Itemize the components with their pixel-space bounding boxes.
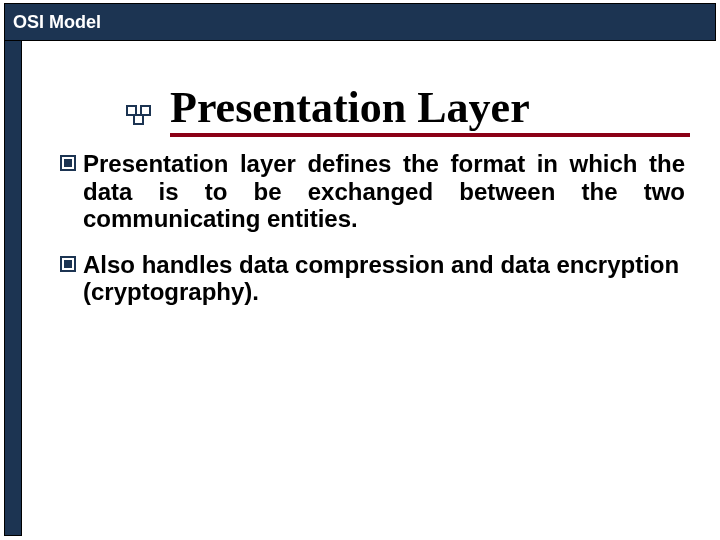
bullet-icon <box>60 256 77 273</box>
slide-title: Presentation Layer <box>170 85 690 131</box>
slide: OSI Model Presentation Layer Presentatio… <box>0 0 720 540</box>
title-underline <box>170 133 690 137</box>
title-decoration-icon <box>126 105 166 135</box>
header-title: OSI Model <box>13 12 101 33</box>
list-item: Also handles data compression and data e… <box>60 251 685 306</box>
bullet-text: Also handles data compression and data e… <box>83 251 685 306</box>
bullet-text: Presentation layer defines the format in… <box>83 150 685 233</box>
bullet-icon <box>60 155 77 172</box>
left-vertical-bar <box>4 41 22 536</box>
header-bar: OSI Model <box>4 3 716 41</box>
slide-title-block: Presentation Layer <box>170 85 690 137</box>
slide-body: Presentation layer defines the format in… <box>60 150 685 324</box>
list-item: Presentation layer defines the format in… <box>60 150 685 233</box>
